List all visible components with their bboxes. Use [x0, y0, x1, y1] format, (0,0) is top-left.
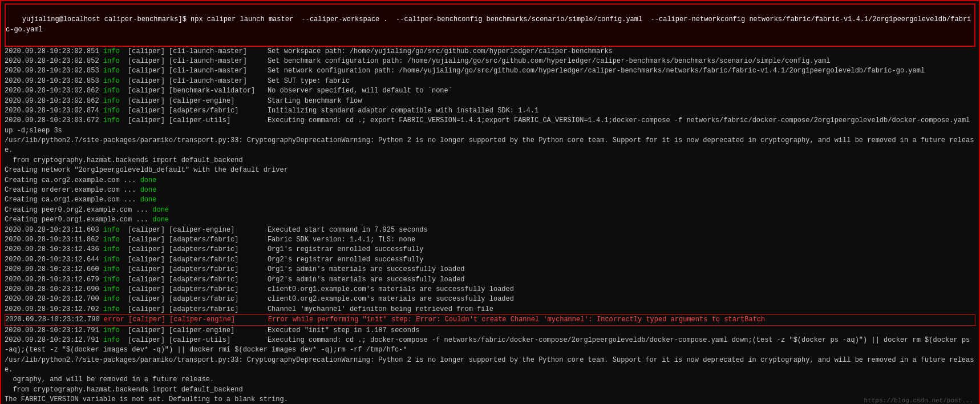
log-line: Creating ca.org1.example.com ... done — [5, 195, 975, 205]
log-line: 2020.09.28-10:23:02.853 info [caliper] [… — [5, 66, 975, 76]
log-line: /usr/lib/python2.7/site-packages/paramik… — [5, 355, 975, 375]
terminal-window: yujialing@localhost caliper-benchmarks]$… — [0, 0, 980, 404]
log-line: 2020.09.28-10:23:11.862 info [caliper] [… — [5, 235, 975, 245]
log-line: Creating peer0.org1.example.com ... done — [5, 215, 975, 225]
log-line: 2020.09.28-10:23:12.791 info [caliper] [… — [5, 336, 975, 355]
log-line: 2020.09.28-10:23:12.690 info [caliper] [… — [5, 285, 975, 294]
log-line: ography, and will be removed in a future… — [5, 375, 975, 385]
command-line: yujialing@localhost caliper-benchmarks]$… — [5, 3, 975, 47]
log-line: Creating orderer.example.com ... done — [5, 185, 975, 195]
watermark: https://blog.csdn.net/post... — [864, 397, 973, 404]
log-line: 2020.09.28-10:23:02.853 info [caliper] [… — [5, 76, 975, 86]
log-line: 2020.09.28-10:23:02.852 info [caliper] [… — [5, 56, 975, 66]
log-line: 2020.09.28-10:23:12.679 info [caliper] [… — [5, 275, 975, 285]
log-line: 2020.09.28-10:23:12.436 info [caliper] [… — [5, 245, 975, 254]
prompt: yujialing@localhost caliper-benchmarks]$… — [6, 15, 971, 33]
log-line: from cryptography.hazmat.backends import… — [5, 156, 975, 165]
log-line: Creating peer0.org2.example.com ... done — [5, 205, 975, 215]
log-line: from cryptography.hazmat.backends import… — [5, 385, 975, 395]
log-line: 2020.09.28-10:23:11.603 info [caliper] [… — [5, 225, 975, 235]
log-line: 2020.09.28-10:23:12.644 info [caliper] [… — [5, 255, 975, 265]
log-line: /usr/lib/python2.7/site-packages/paramik… — [5, 136, 975, 156]
log-line: 2020.09.28-10:23:02.862 info [caliper] [… — [5, 86, 975, 96]
log-line: Creating network "2org1peergoleveldb_def… — [5, 165, 975, 175]
log-line: 2020.09.28-10:23:12.702 info [caliper] [… — [5, 305, 975, 314]
log-line: Creating ca.org2.example.com ... done — [5, 176, 975, 185]
log-line: 2020.09.28-10:23:02.862 info [caliper] [… — [5, 96, 975, 106]
log-line: 2020.09.28-10:23:02.851 info [caliper] [… — [5, 47, 975, 56]
log-line: 2020.09.28-10:23:02.874 info [caliper] [… — [5, 106, 975, 116]
log-line: The FABRIC_VERSION variable is not set. … — [5, 395, 975, 404]
log-line: 2020.09.28-10:23:12.791 info [caliper] [… — [5, 326, 975, 336]
log-line: 2020.09.28-10:23:12.700 info [caliper] [… — [5, 294, 975, 304]
log-line: 2020.09.28-10:23:12.660 info [caliper] [… — [5, 265, 975, 274]
error-log-line: 2020.09.28-10:23:12.790 error [caliper] … — [5, 314, 975, 325]
log-line: 2020.09.28-10:23:03.672 info [caliper] [… — [5, 116, 975, 136]
